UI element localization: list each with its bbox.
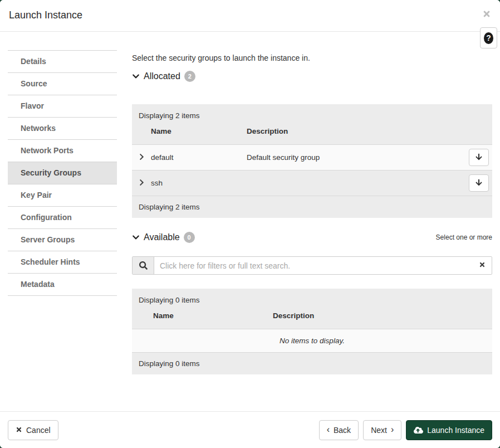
expand-row-toggle[interactable] [132, 179, 151, 188]
wizard-nav: Details Source Flavor Networks Network P… [8, 50, 117, 296]
sidebar-item-server-groups[interactable]: Server Groups [8, 228, 117, 251]
chevron-down-icon[interactable] [132, 72, 140, 80]
table-row: default Default security group [132, 144, 492, 170]
search-input[interactable] [154, 257, 473, 274]
sidebar-item-configuration[interactable]: Configuration [8, 206, 117, 228]
back-button[interactable]: ‹ Back [319, 420, 359, 440]
help-button[interactable]: ? [480, 27, 497, 48]
step-description: Select the security groups to launch the… [132, 52, 492, 64]
sidebar-item-network-ports[interactable]: Network Ports [8, 139, 117, 162]
column-header-description: Description [247, 127, 465, 135]
column-header-name: Name [153, 311, 273, 320]
close-button[interactable] [482, 9, 492, 20]
sidebar-item-security-groups[interactable]: Security Groups [8, 162, 117, 184]
allocated-table: Displaying 2 items Name Description defa… [132, 104, 492, 218]
available-section-header: Available 0 Select one or more [132, 231, 492, 244]
table-header-row: Name Description [132, 308, 492, 329]
column-header-name: Name [151, 127, 247, 135]
table-caption-top: Displaying 2 items [132, 104, 492, 123]
filter-search-bar [132, 256, 492, 275]
cell-description: Default security group [247, 153, 465, 162]
empty-table-message: No items to display. [132, 329, 492, 352]
launch-instance-modal: Launch Instance ? Details Source Flavor … [0, 0, 500, 448]
sidebar-item-scheduler-hints[interactable]: Scheduler Hints [8, 251, 117, 273]
sidebar-item-flavor[interactable]: Flavor [8, 95, 117, 117]
sidebar-item-details[interactable]: Details [8, 50, 117, 72]
next-button[interactable]: Next › [363, 420, 401, 440]
close-icon [16, 426, 22, 435]
chevron-right-icon [139, 154, 144, 162]
sidebar-item-key-pair[interactable]: Key Pair [8, 184, 117, 206]
table-caption-bottom: Displaying 0 items [132, 352, 492, 374]
chevron-left-icon: ‹ [327, 425, 330, 434]
available-title: Available [144, 232, 180, 242]
column-header-description: Description [273, 311, 465, 320]
chevron-down-icon[interactable] [132, 233, 140, 241]
close-icon [482, 12, 491, 20]
expand-row-toggle[interactable] [132, 153, 151, 162]
table-caption-top: Displaying 0 items [132, 289, 492, 308]
launch-label: Launch Instance [427, 426, 484, 435]
sidebar-item-metadata[interactable]: Metadata [8, 273, 117, 295]
cell-name: default [151, 153, 247, 162]
chevron-right-icon [139, 179, 144, 188]
cancel-label: Cancel [26, 426, 51, 435]
deallocate-button[interactable] [469, 174, 489, 192]
table-header-row: Name Description [132, 123, 492, 144]
table-row: ssh [132, 170, 492, 196]
chevron-right-icon: › [391, 425, 394, 434]
cancel-button[interactable]: Cancel [8, 420, 58, 440]
sidebar-item-networks[interactable]: Networks [8, 117, 117, 139]
arrow-down-icon [476, 153, 482, 162]
back-label: Back [334, 426, 351, 435]
modal-title: Launch Instance [9, 9, 82, 21]
available-table: Displaying 0 items Name Description No i… [132, 289, 492, 374]
available-count-badge: 0 [184, 232, 195, 243]
close-icon [479, 261, 486, 270]
allocated-section-header: Allocated 2 [132, 70, 492, 82]
arrow-down-icon [476, 179, 482, 188]
clear-search-button[interactable] [473, 257, 492, 274]
cell-name: ssh [151, 179, 247, 187]
allocated-count-badge: 2 [184, 71, 195, 82]
allocated-title: Allocated [144, 71, 180, 81]
step-content: Select the security groups to launch the… [132, 50, 492, 374]
deallocate-button[interactable] [469, 149, 489, 166]
cloud-upload-icon [414, 426, 423, 434]
sidebar-item-source[interactable]: Source [8, 72, 117, 95]
modal-header: Launch Instance [0, 0, 500, 32]
table-caption-bottom: Displaying 2 items [132, 196, 492, 218]
select-hint: Select one or more [436, 233, 492, 241]
search-icon[interactable] [133, 257, 154, 274]
help-icon: ? [484, 32, 493, 44]
next-label: Next [371, 426, 387, 435]
modal-footer: Cancel ‹ Back Next › Launch Instance [0, 411, 500, 448]
launch-instance-button[interactable]: Launch Instance [406, 420, 492, 440]
